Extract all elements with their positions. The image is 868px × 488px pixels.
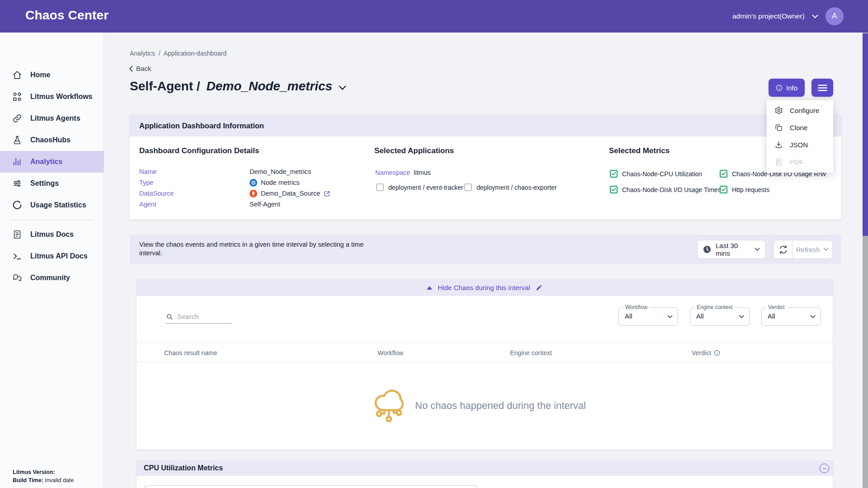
sidebar-item-usage-statistics[interactable]: Usage Statistics bbox=[0, 194, 104, 216]
checkbox-checked[interactable] bbox=[720, 170, 727, 178]
time-range-select[interactable]: Last 30 mins bbox=[697, 240, 766, 259]
chevron-down-icon bbox=[667, 315, 673, 319]
metric-checkbox-disk-io-times: Chaos-Node-Disk I/O Usage Times bbox=[610, 186, 721, 193]
breadcrumb-separator: / bbox=[159, 50, 160, 57]
checkbox-checked[interactable] bbox=[610, 186, 618, 193]
sidebar-item-litmus-agents[interactable]: Litmus Agents bbox=[0, 108, 104, 129]
sidebar-item-home[interactable]: Home bbox=[0, 64, 104, 86]
sidebar-item-chaoshubs[interactable]: ChaosHubs bbox=[0, 129, 104, 151]
app-checkbox-event-tracker: deployment / event-tracker bbox=[376, 183, 463, 191]
workflow-filter-select[interactable]: Workflow All bbox=[618, 307, 678, 326]
search-input[interactable]: Search bbox=[166, 310, 232, 324]
menu-item-configure[interactable]: Configure bbox=[767, 102, 833, 119]
checkbox-unchecked[interactable] bbox=[376, 183, 384, 191]
build-time-label: Build Time: bbox=[13, 477, 43, 483]
title-dashboard-name: Demo_Node_metrics bbox=[207, 79, 333, 94]
info-icon bbox=[776, 84, 783, 91]
page-scrollbar-thumb[interactable] bbox=[863, 33, 868, 236]
sidebar: Home Litmus Workflows Litmus Agents Chao… bbox=[0, 33, 104, 488]
chevron-down-icon bbox=[755, 248, 760, 251]
hide-chaos-toggle[interactable]: Hide Chaos during this interval bbox=[137, 279, 833, 296]
time-range-value: Last 30 mins bbox=[716, 242, 750, 257]
chevron-down-icon[interactable] bbox=[339, 85, 346, 90]
chevron-down-icon bbox=[739, 315, 744, 319]
config-type-label: Type bbox=[139, 179, 153, 186]
engine-context-filter-select[interactable]: Engine context All bbox=[690, 307, 750, 326]
litmus-version-label: Litmus Version: bbox=[13, 469, 55, 475]
hamburger-icon bbox=[818, 84, 827, 91]
menu-item-label: PDF bbox=[790, 158, 803, 166]
sidebar-item-label: Litmus Docs bbox=[30, 230, 74, 239]
agents-icon bbox=[12, 113, 22, 123]
time-interval-bar: View the chaos events and metrics in a g… bbox=[130, 235, 841, 264]
external-link-icon[interactable] bbox=[324, 190, 330, 197]
filter-value: All bbox=[696, 312, 704, 320]
gear-icon bbox=[774, 106, 783, 115]
empty-state-message: No chaos happened during the interval bbox=[415, 400, 586, 412]
build-time-value: Invalid date bbox=[45, 477, 74, 483]
chaoshubs-icon bbox=[12, 135, 22, 145]
filter-label: Workflow bbox=[623, 304, 650, 310]
breadcrumb-application-dashboard[interactable]: Application-dashboard bbox=[164, 50, 226, 57]
node-metrics-icon bbox=[250, 179, 257, 187]
filter-value: All bbox=[768, 312, 775, 320]
clone-icon bbox=[774, 123, 783, 132]
page-scrollbar-track[interactable] bbox=[863, 33, 868, 488]
sidebar-item-label: Settings bbox=[30, 179, 59, 188]
search-icon bbox=[166, 313, 173, 320]
checkbox-checked[interactable] bbox=[720, 186, 727, 193]
check-icon bbox=[611, 172, 616, 176]
project-selector[interactable]: admin's project(Owner) bbox=[732, 12, 805, 20]
collapse-minus-icon[interactable]: − bbox=[820, 464, 829, 473]
cpu-utilization-section: CPU Utilization Metrics − bbox=[137, 460, 833, 488]
menu-item-pdf[interactable]: PDF bbox=[767, 153, 833, 170]
checkbox-label: deployment / chaos-exporter bbox=[476, 184, 557, 191]
breadcrumb-analytics[interactable]: Analytics bbox=[130, 50, 155, 57]
refresh-now-button[interactable] bbox=[774, 240, 793, 258]
application-dashboard-info-panel: Application Dashboard Information Dashbo… bbox=[130, 115, 841, 220]
checkbox-unchecked[interactable] bbox=[464, 183, 472, 191]
usage-icon bbox=[12, 200, 22, 210]
back-label: Back bbox=[136, 65, 151, 72]
sidebar-item-label: Usage Statistics bbox=[30, 201, 86, 209]
sidebar-item-litmus-api-docs[interactable]: Litmus API Docs bbox=[0, 245, 104, 267]
sidebar-item-litmus-docs[interactable]: Litmus Docs bbox=[0, 224, 104, 245]
empty-state: No chaos happened during the interval bbox=[371, 388, 586, 424]
menu-item-clone[interactable]: Clone bbox=[767, 119, 833, 136]
chart-card-stub bbox=[144, 485, 478, 488]
chevron-down-icon[interactable] bbox=[812, 14, 818, 19]
info-panel-title: Application Dashboard Information bbox=[139, 122, 264, 130]
dashboard-actions-menu: Configure Clone JSON PDF bbox=[767, 100, 833, 173]
docs-icon bbox=[12, 230, 22, 239]
namespace-label: Namespace bbox=[375, 169, 410, 176]
cpu-section-title: CPU Utilization Metrics bbox=[144, 464, 223, 472]
selected-applications-title: Selected Applications bbox=[374, 146, 454, 155]
analytics-icon bbox=[12, 157, 22, 167]
column-chaos-result-name: Chaos result name bbox=[164, 349, 217, 357]
triangle-up-icon bbox=[427, 286, 432, 290]
checkbox-checked[interactable] bbox=[610, 170, 618, 178]
file-icon bbox=[774, 158, 783, 166]
back-button[interactable]: Back bbox=[129, 65, 151, 72]
info-circle-icon[interactable] bbox=[714, 350, 720, 356]
edit-pencil-icon[interactable] bbox=[536, 284, 542, 291]
sidebar-item-community[interactable]: Community bbox=[0, 267, 104, 289]
sidebar-item-label: ChaosHubs bbox=[30, 136, 71, 144]
config-datasource-value: Demo_Data_Source bbox=[261, 190, 320, 197]
menu-item-json[interactable]: JSON bbox=[767, 136, 833, 153]
sidebar-item-label: Analytics bbox=[30, 158, 62, 166]
sidebar-item-litmus-workflows[interactable]: Litmus Workflows bbox=[0, 86, 104, 108]
sidebar-item-analytics[interactable]: Analytics bbox=[0, 151, 104, 173]
chevron-left-icon bbox=[129, 66, 133, 72]
config-agent-value: Self-Agent bbox=[250, 201, 280, 208]
refresh-label: Refresh bbox=[796, 246, 820, 253]
refresh-interval-select[interactable]: Refresh bbox=[793, 240, 832, 258]
avatar[interactable]: A bbox=[826, 7, 844, 25]
info-button[interactable]: Info bbox=[769, 79, 805, 97]
check-icon bbox=[721, 172, 726, 176]
check-icon bbox=[611, 188, 616, 192]
table-header-row: Chaos result name Workflow Engine contex… bbox=[137, 343, 833, 362]
dashboard-menu-button[interactable] bbox=[811, 79, 833, 97]
verdict-filter-select[interactable]: Verdict All bbox=[761, 307, 821, 326]
sidebar-item-settings[interactable]: Settings bbox=[0, 173, 104, 194]
